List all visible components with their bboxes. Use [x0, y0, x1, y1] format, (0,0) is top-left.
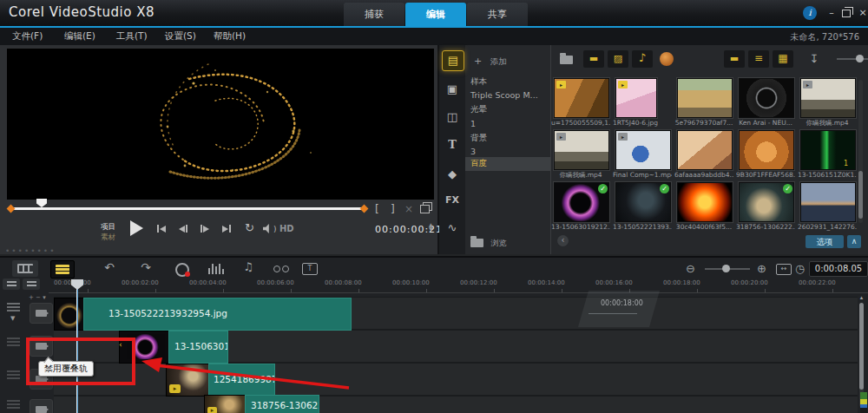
folder-item[interactable]: Triple Scoop M...: [470, 90, 538, 100]
mode-clip[interactable]: 素材: [101, 231, 115, 242]
undo-button[interactable]: ↶: [101, 260, 118, 277]
tab-share[interactable]: 共享: [467, 3, 528, 26]
overlay3-clip-thumbnail[interactable]: ▸: [204, 395, 247, 413]
open-folder-button[interactable]: [556, 50, 576, 68]
media-thumbnail[interactable]: ▸: [800, 78, 856, 118]
import-media-button[interactable]: ↧: [804, 50, 825, 68]
timeline-playhead-line[interactable]: [76, 289, 78, 413]
tab-edit[interactable]: 编辑: [405, 3, 466, 26]
menu-tools[interactable]: 工具(T): [116, 30, 148, 43]
hide-titles-button[interactable]: [660, 52, 674, 66]
overlay-track-3-clip[interactable]: 318756-1306222: [245, 395, 319, 413]
sound-mixer-button[interactable]: [208, 264, 224, 274]
overlay-track-3-select-icon[interactable]: [7, 400, 20, 409]
repeat-button[interactable]: ↻: [245, 221, 254, 234]
media-thumbnail[interactable]: [677, 182, 733, 222]
menu-file[interactable]: 文件(F): [12, 30, 43, 43]
restore-window-button[interactable]: [842, 10, 851, 17]
media-thumbnail[interactable]: [677, 130, 733, 170]
video-clip-thumbnail[interactable]: [54, 298, 85, 331]
scroll-up-button[interactable]: ▴: [858, 294, 865, 303]
graphic-icon[interactable]: ◆: [442, 165, 463, 184]
overlay-track-3-row[interactable]: [54, 396, 858, 413]
overlay2-clip-thumbnail[interactable]: ▸: [166, 364, 210, 397]
filter-video-button[interactable]: ▬: [583, 50, 604, 68]
add-folder-button[interactable]: + 添加: [474, 56, 507, 68]
hd-toggle[interactable]: HD: [279, 224, 294, 233]
media-thumbnail[interactable]: [800, 182, 856, 222]
media-thumbnail[interactable]: ▸: [615, 78, 657, 118]
options-expand-button[interactable]: ∧: [847, 235, 861, 248]
timeline-timecode[interactable]: 0:00:08.05: [809, 261, 868, 277]
split-clip-button[interactable]: ×: [404, 203, 413, 215]
timecode-spinner[interactable]: ▲ ▼: [429, 222, 433, 231]
view-thumb-button[interactable]: ▬: [724, 50, 745, 68]
record-capture-button[interactable]: [175, 263, 189, 277]
timeline-scrollbar-thumb[interactable]: [859, 303, 864, 390]
next-frame-button[interactable]: [201, 225, 209, 233]
folder-item-selected[interactable]: 百度: [470, 158, 487, 169]
overlay-track-2-clip[interactable]: 125418699876: [208, 364, 275, 397]
scrubber-playhead[interactable]: [36, 199, 47, 207]
folder-item[interactable]: 背景: [470, 133, 487, 144]
volume-button[interactable]: ): [263, 224, 277, 233]
video-track-button[interactable]: [30, 303, 53, 324]
zoom-out-button[interactable]: ⊖: [686, 262, 695, 275]
library-scrollbar[interactable]: [858, 80, 863, 223]
media-thumbnail[interactable]: ✓: [739, 182, 794, 222]
instant-project-icon[interactable]: ▣: [442, 80, 463, 99]
home-button[interactable]: [157, 225, 166, 233]
browse-button[interactable]: 浏览: [470, 237, 507, 249]
video-track-clip[interactable]: 13-150522213932954.jpg: [83, 298, 352, 331]
timeline-view-button[interactable]: [50, 260, 75, 279]
timeline-zoom-handle[interactable]: [722, 265, 730, 272]
video-track-expand-arrow[interactable]: ▼: [10, 315, 15, 322]
folder-item[interactable]: 1: [470, 119, 476, 128]
trim-end-handle[interactable]: [360, 205, 369, 213]
enlarge-preview-button[interactable]: [420, 205, 430, 213]
options-panel-button[interactable]: 选项: [806, 235, 844, 248]
scrubber-track[interactable]: [12, 207, 365, 210]
end-button[interactable]: [222, 225, 231, 233]
redo-button[interactable]: ↷: [137, 260, 155, 277]
overlay1-clip-thumbnail[interactable]: ‹: [119, 331, 170, 364]
library-scrollbar-thumb[interactable]: [858, 171, 863, 219]
menu-settings[interactable]: 设置(S): [165, 30, 196, 43]
tab-capture[interactable]: 捕获: [344, 3, 404, 26]
filter-fx-icon[interactable]: FX: [442, 191, 463, 210]
media-thumbnail[interactable]: ▸: [615, 130, 671, 170]
mark-out-button[interactable]: ]: [391, 203, 395, 215]
thumb-size-slider-handle[interactable]: [856, 55, 864, 62]
transition-icon[interactable]: ◫: [442, 108, 463, 127]
trim-start-handle[interactable]: [7, 205, 16, 213]
filter-music-button[interactable]: ♪: [632, 50, 653, 68]
show-all-tracks-button[interactable]: [3, 279, 20, 290]
project-duration-button[interactable]: ◷: [795, 262, 805, 275]
media-thumbnail[interactable]: ▸: [554, 78, 609, 118]
mark-in-button[interactable]: [: [375, 203, 379, 215]
view-grid-button[interactable]: ▦: [773, 50, 793, 68]
track-add-remove-buttons[interactable]: + − ▾: [29, 294, 46, 301]
overlay-track-1-clip[interactable]: 13-150630192: [168, 331, 228, 364]
media-thumbnail[interactable]: [739, 130, 794, 170]
timeline-scrollbar[interactable]: [859, 303, 864, 407]
menu-edit[interactable]: 编辑(E): [64, 30, 95, 43]
overlay-track-2-select-icon[interactable]: [7, 370, 20, 379]
motion-tracking-button[interactable]: [273, 266, 289, 272]
overlay-track-1-select-icon[interactable]: [7, 338, 20, 346]
media-thumbnail[interactable]: [739, 78, 794, 118]
media-thumbnail[interactable]: 1: [800, 130, 856, 170]
subtitle-editor-button[interactable]: T: [302, 263, 318, 275]
panel-resize-handle[interactable]: ••••••••: [5, 246, 56, 255]
auto-music-button[interactable]: ♫: [240, 260, 257, 277]
help-info-button[interactable]: i: [803, 6, 817, 20]
folder-item[interactable]: 样本: [470, 76, 487, 88]
folder-item[interactable]: 3: [470, 147, 476, 156]
storyboard-view-button[interactable]: [12, 260, 38, 277]
overlay-track-3-button[interactable]: [30, 399, 53, 413]
filter-photo-button[interactable]: ▨: [608, 50, 628, 68]
preview-video[interactable]: [7, 49, 434, 200]
timeline-ruler[interactable]: 00:00:00:00 00:00:02:00 00:00:04:00 00:0…: [49, 278, 868, 293]
media-thumbnail[interactable]: ✓: [615, 182, 671, 222]
minimize-button[interactable]: –: [825, 6, 838, 20]
